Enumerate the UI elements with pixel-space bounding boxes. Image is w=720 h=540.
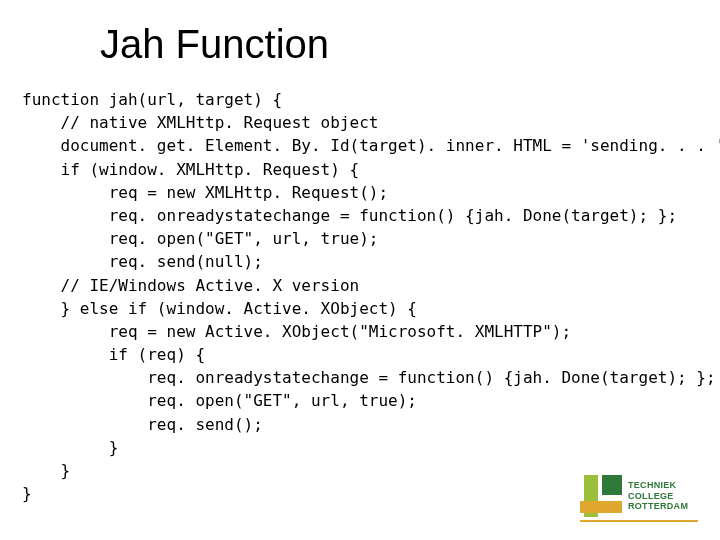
- logo-wrap: TECHNIEK COLLEGE ROTTERDAM: [580, 475, 698, 517]
- slide: Jah Function function jah(url, target) {…: [0, 0, 720, 540]
- code-block: function jah(url, target) { // native XM…: [22, 88, 720, 505]
- logo-text: TECHNIEK COLLEGE ROTTERDAM: [628, 480, 688, 511]
- slide-title: Jah Function: [100, 22, 329, 67]
- logo-line1: TECHNIEK: [628, 480, 688, 490]
- logo-underline: [580, 520, 698, 522]
- org-logo: TECHNIEK COLLEGE ROTTERDAM: [580, 475, 698, 522]
- logo-line3: ROTTERDAM: [628, 501, 688, 511]
- logo-mark-icon: [580, 475, 622, 517]
- logo-line2: COLLEGE: [628, 491, 688, 501]
